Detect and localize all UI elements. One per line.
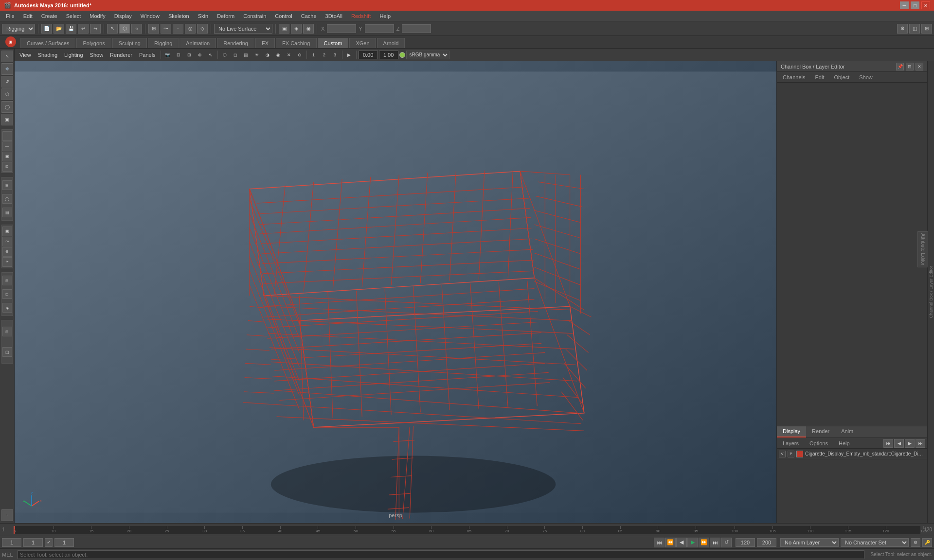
- vp-isolate-btn[interactable]: ⊙: [295, 51, 305, 59]
- smooth-btn[interactable]: ◯: [2, 194, 12, 204]
- scale-tool-btn[interactable]: ⬡: [1, 88, 13, 100]
- menu-redshift[interactable]: Redshift: [347, 12, 375, 20]
- vp-camera-btn[interactable]: 📷: [163, 51, 173, 59]
- layer-tab-render[interactable]: Render: [806, 426, 835, 438]
- cb-tab-show[interactable]: Show: [855, 73, 877, 81]
- snap-grid[interactable]: ⊞: [148, 24, 159, 34]
- no-live-surface[interactable]: No Live Surface: [214, 24, 272, 34]
- anim-layer-select[interactable]: No Anim Layer: [780, 538, 839, 547]
- misc-btn-3[interactable]: ◈: [2, 303, 12, 313]
- tab-xgen[interactable]: XGen: [349, 38, 376, 48]
- uv-select[interactable]: ⊠: [2, 162, 12, 172]
- vp-menu-panels[interactable]: Panels: [136, 51, 159, 59]
- layer-nav-next[interactable]: ▶: [905, 439, 915, 448]
- anim-btn-1[interactable]: ⊞: [2, 327, 12, 336]
- vp-shadow-btn[interactable]: ◑: [263, 51, 272, 59]
- maximize-button[interactable]: □: [911, 1, 919, 9]
- play-prev-frame[interactable]: ◀: [676, 538, 687, 547]
- menu-edit[interactable]: Edit: [19, 12, 36, 20]
- redo-button[interactable]: ↪: [90, 24, 101, 34]
- play-step-back[interactable]: ⏪: [665, 538, 676, 547]
- menu-display[interactable]: Display: [110, 12, 136, 20]
- layer-tab-display[interactable]: Display: [777, 426, 806, 438]
- anim-btn-2[interactable]: ◫: [2, 347, 12, 357]
- attribute-editor-tab[interactable]: Attribute Editor: [917, 231, 928, 267]
- cb-tab-edit[interactable]: Edit: [811, 73, 828, 81]
- tab-rigging[interactable]: Rigging: [148, 38, 179, 48]
- layer-sub-help[interactable]: Help: [835, 439, 854, 447]
- layer-tab-anim[interactable]: Anim: [835, 426, 859, 438]
- vp-sim-btn[interactable]: ▶: [344, 51, 354, 59]
- create-joint[interactable]: ⊕: [2, 247, 12, 257]
- new-button[interactable]: 📄: [41, 24, 52, 34]
- channel-box-close[interactable]: ✕: [916, 63, 923, 70]
- vp-tex-btn[interactable]: ▤: [241, 51, 251, 59]
- extra-btn[interactable]: +: [1, 509, 13, 521]
- tab-polygons[interactable]: Polygons: [76, 38, 111, 48]
- rotate-tool-btn[interactable]: ↺: [1, 76, 13, 88]
- vp-mid-qual[interactable]: 2: [320, 51, 329, 59]
- viewport-3d[interactable]: X Y Z persp: [15, 61, 776, 523]
- wireframe-btn[interactable]: ⊞: [2, 180, 12, 190]
- close-button[interactable]: ✕: [921, 1, 930, 9]
- ipr-icon[interactable]: ◈: [291, 24, 302, 34]
- tab-custom[interactable]: Custom: [318, 38, 349, 48]
- play-goto-start[interactable]: ⏮: [654, 538, 665, 547]
- z-input[interactable]: [402, 24, 431, 33]
- menu-modify[interactable]: Modify: [86, 12, 109, 20]
- tab-arnold[interactable]: Arnold: [377, 38, 405, 48]
- snap-view[interactable]: ◎: [185, 24, 196, 34]
- menu-file[interactable]: File: [2, 12, 18, 20]
- frame2-input[interactable]: [23, 538, 43, 547]
- play-forward[interactable]: ▶: [687, 538, 698, 547]
- open-button[interactable]: 📂: [54, 24, 64, 34]
- channel-box-pin[interactable]: 📌: [896, 63, 904, 70]
- y-input[interactable]: [365, 24, 394, 33]
- soft-manip-btn[interactable]: ▣: [1, 114, 13, 125]
- select-tool-btn[interactable]: ↖: [1, 51, 13, 62]
- menu-constrain[interactable]: Constrain: [239, 12, 270, 20]
- right-icon-1[interactable]: ⚙: [897, 24, 908, 34]
- tab-fx-caching[interactable]: FX Caching: [276, 38, 316, 48]
- auto-key-btn[interactable]: 🔑: [922, 538, 932, 547]
- menu-control[interactable]: Control: [271, 12, 296, 20]
- mode-select[interactable]: Rigging: [2, 24, 35, 34]
- vp-filmgate-btn[interactable]: ⊟: [174, 51, 183, 59]
- vp-menu-renderer[interactable]: Renderer: [107, 51, 135, 59]
- lasso-tool[interactable]: ⟐: [131, 24, 142, 34]
- save-button[interactable]: 💾: [66, 24, 76, 34]
- vp-value1[interactable]: [359, 51, 378, 59]
- vp-high-qual[interactable]: 3: [330, 51, 340, 59]
- menu-deform[interactable]: Deform: [213, 12, 238, 20]
- vp-shading-btn[interactable]: ⬡: [220, 51, 230, 59]
- vp-menu-view[interactable]: View: [17, 51, 34, 59]
- char-set-options[interactable]: ⚙: [911, 538, 920, 547]
- menu-skin[interactable]: Skin: [194, 12, 212, 20]
- menu-skeleton[interactable]: Skeleton: [164, 12, 193, 20]
- playback-end-input[interactable]: [736, 538, 755, 547]
- right-icon-2[interactable]: ◫: [909, 24, 920, 34]
- channel-box-side-label[interactable]: Channel Box / Layer Editor: [928, 265, 934, 319]
- vp-ao-btn[interactable]: ◉: [273, 51, 283, 59]
- play-loop[interactable]: ↺: [721, 538, 732, 547]
- undo-button[interactable]: ↩: [78, 24, 89, 34]
- move-tool-btn[interactable]: ✥: [1, 63, 13, 75]
- channel-box-float[interactable]: ⊟: [906, 63, 914, 70]
- mel-input[interactable]: [18, 550, 864, 559]
- misc-btn-1[interactable]: ⊞: [2, 276, 12, 285]
- tab-fx[interactable]: FX: [255, 38, 275, 48]
- vertex-select[interactable]: ·: [2, 131, 12, 141]
- range-start-input[interactable]: [54, 538, 74, 547]
- universal-manip-btn[interactable]: ◯: [1, 101, 13, 113]
- cb-tab-object[interactable]: Object: [830, 73, 853, 81]
- layer-nav-last[interactable]: ⏭: [916, 439, 925, 448]
- layer-sub-layers[interactable]: Layers: [779, 439, 803, 447]
- misc-btn-2[interactable]: ⊡: [2, 289, 12, 299]
- vp-light-btn[interactable]: ☀: [252, 51, 262, 59]
- tab-animation[interactable]: Animation: [180, 38, 216, 48]
- vp-menu-lighting[interactable]: Lighting: [61, 51, 86, 59]
- right-icon-3[interactable]: ⊞: [921, 24, 932, 34]
- character-set-select[interactable]: No Character Set: [841, 538, 909, 547]
- vp-select-type-btn[interactable]: ↖: [206, 51, 216, 59]
- texture-btn[interactable]: ▤: [2, 208, 12, 217]
